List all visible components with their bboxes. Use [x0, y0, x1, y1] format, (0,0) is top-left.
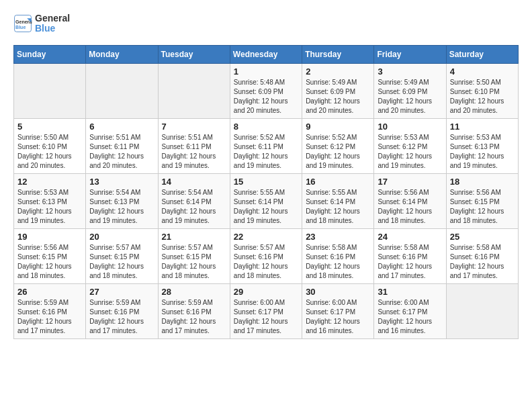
- week-row-2: 5Sunrise: 5:50 AM Sunset: 6:10 PM Daylig…: [14, 118, 519, 173]
- day-cell: 11Sunrise: 5:53 AM Sunset: 6:13 PM Dayli…: [446, 118, 518, 173]
- day-cell: 9Sunrise: 5:52 AM Sunset: 6:12 PM Daylig…: [302, 118, 374, 173]
- week-row-1: 1Sunrise: 5:48 AM Sunset: 6:09 PM Daylig…: [14, 63, 519, 118]
- week-row-3: 12Sunrise: 5:53 AM Sunset: 6:13 PM Dayli…: [14, 173, 519, 228]
- logo: General Blue General Blue: [13, 13, 70, 34]
- day-cell: 21Sunrise: 5:57 AM Sunset: 6:15 PM Dayli…: [158, 228, 230, 283]
- day-cell: 14Sunrise: 5:54 AM Sunset: 6:14 PM Dayli…: [158, 173, 230, 228]
- day-cell: 22Sunrise: 5:57 AM Sunset: 6:16 PM Dayli…: [230, 228, 302, 283]
- day-number: 25: [450, 232, 515, 242]
- day-number: 20: [89, 232, 154, 242]
- day-cell: 17Sunrise: 5:56 AM Sunset: 6:14 PM Dayli…: [374, 173, 446, 228]
- day-number: 22: [234, 232, 298, 242]
- day-cell: 2Sunrise: 5:49 AM Sunset: 6:09 PM Daylig…: [302, 63, 374, 118]
- day-number: 18: [450, 177, 515, 187]
- day-cell: [86, 63, 158, 118]
- header-cell-saturday: Saturday: [446, 45, 518, 63]
- day-cell: 23Sunrise: 5:58 AM Sunset: 6:16 PM Dayli…: [302, 228, 374, 283]
- day-cell: 12Sunrise: 5:53 AM Sunset: 6:13 PM Dayli…: [14, 173, 86, 228]
- day-number: 29: [234, 287, 298, 297]
- day-number: 12: [17, 177, 82, 187]
- day-number: 10: [378, 122, 442, 132]
- day-number: 8: [234, 122, 298, 132]
- calendar-table: SundayMondayTuesdayWednesdayThursdayFrid…: [13, 45, 519, 339]
- day-number: 11: [450, 122, 515, 132]
- day-cell: [158, 63, 230, 118]
- day-cell: 3Sunrise: 5:49 AM Sunset: 6:09 PM Daylig…: [374, 63, 446, 118]
- day-info: Sunrise: 6:00 AM Sunset: 6:17 PM Dayligh…: [234, 298, 298, 336]
- day-info: Sunrise: 5:50 AM Sunset: 6:10 PM Dayligh…: [450, 78, 515, 116]
- header-cell-monday: Monday: [86, 45, 158, 63]
- day-number: 17: [378, 177, 442, 187]
- day-number: 5: [17, 122, 82, 132]
- day-cell: [14, 63, 86, 118]
- day-info: Sunrise: 5:56 AM Sunset: 6:15 PM Dayligh…: [17, 243, 82, 281]
- day-info: Sunrise: 5:52 AM Sunset: 6:11 PM Dayligh…: [234, 133, 298, 171]
- day-info: Sunrise: 5:59 AM Sunset: 6:16 PM Dayligh…: [89, 298, 154, 336]
- day-info: Sunrise: 5:51 AM Sunset: 6:11 PM Dayligh…: [162, 133, 226, 171]
- day-cell: 24Sunrise: 5:58 AM Sunset: 6:16 PM Dayli…: [374, 228, 446, 283]
- header-cell-thursday: Thursday: [302, 45, 374, 63]
- day-info: Sunrise: 5:53 AM Sunset: 6:13 PM Dayligh…: [450, 133, 515, 171]
- day-number: 26: [17, 287, 82, 297]
- day-info: Sunrise: 5:49 AM Sunset: 6:09 PM Dayligh…: [306, 78, 370, 116]
- day-number: 1: [234, 66, 298, 77]
- day-number: 28: [162, 287, 226, 297]
- day-info: Sunrise: 5:57 AM Sunset: 6:16 PM Dayligh…: [234, 243, 298, 281]
- svg-text:Blue: Blue: [15, 25, 26, 30]
- day-cell: 6Sunrise: 5:51 AM Sunset: 6:11 PM Daylig…: [86, 118, 158, 173]
- day-number: 21: [162, 232, 226, 242]
- page-header: General Blue General Blue: [13, 13, 519, 34]
- day-number: 19: [17, 232, 82, 242]
- week-row-5: 26Sunrise: 5:59 AM Sunset: 6:16 PM Dayli…: [14, 283, 519, 338]
- day-info: Sunrise: 5:53 AM Sunset: 6:13 PM Dayligh…: [17, 188, 82, 226]
- day-cell: 18Sunrise: 5:56 AM Sunset: 6:15 PM Dayli…: [446, 173, 518, 228]
- day-info: Sunrise: 5:57 AM Sunset: 6:15 PM Dayligh…: [162, 243, 226, 281]
- day-number: 7: [162, 122, 226, 132]
- day-cell: 10Sunrise: 5:53 AM Sunset: 6:12 PM Dayli…: [374, 118, 446, 173]
- day-cell: 1Sunrise: 5:48 AM Sunset: 6:09 PM Daylig…: [230, 63, 302, 118]
- day-cell: 16Sunrise: 5:55 AM Sunset: 6:14 PM Dayli…: [302, 173, 374, 228]
- day-cell: 30Sunrise: 6:00 AM Sunset: 6:17 PM Dayli…: [302, 283, 374, 338]
- logo-text-general: General: [35, 13, 70, 24]
- week-row-4: 19Sunrise: 5:56 AM Sunset: 6:15 PM Dayli…: [14, 228, 519, 283]
- day-info: Sunrise: 5:54 AM Sunset: 6:14 PM Dayligh…: [162, 188, 226, 226]
- day-info: Sunrise: 6:00 AM Sunset: 6:17 PM Dayligh…: [306, 298, 370, 336]
- day-cell: 27Sunrise: 5:59 AM Sunset: 6:16 PM Dayli…: [86, 283, 158, 338]
- day-info: Sunrise: 5:58 AM Sunset: 6:16 PM Dayligh…: [450, 243, 515, 281]
- day-info: Sunrise: 5:54 AM Sunset: 6:13 PM Dayligh…: [89, 188, 154, 226]
- day-cell: 15Sunrise: 5:55 AM Sunset: 6:14 PM Dayli…: [230, 173, 302, 228]
- header-cell-sunday: Sunday: [14, 45, 86, 63]
- day-cell: 31Sunrise: 6:00 AM Sunset: 6:17 PM Dayli…: [374, 283, 446, 338]
- day-number: 27: [89, 287, 154, 297]
- day-info: Sunrise: 5:52 AM Sunset: 6:12 PM Dayligh…: [306, 133, 370, 171]
- day-number: 23: [306, 232, 370, 242]
- day-cell: [446, 283, 518, 338]
- day-cell: 19Sunrise: 5:56 AM Sunset: 6:15 PM Dayli…: [14, 228, 86, 283]
- day-cell: 4Sunrise: 5:50 AM Sunset: 6:10 PM Daylig…: [446, 63, 518, 118]
- day-info: Sunrise: 5:57 AM Sunset: 6:15 PM Dayligh…: [89, 243, 154, 281]
- day-info: Sunrise: 5:55 AM Sunset: 6:14 PM Dayligh…: [306, 188, 370, 226]
- day-number: 2: [306, 66, 370, 77]
- day-cell: 28Sunrise: 5:59 AM Sunset: 6:16 PM Dayli…: [158, 283, 230, 338]
- header-row: SundayMondayTuesdayWednesdayThursdayFrid…: [14, 45, 519, 63]
- day-info: Sunrise: 5:56 AM Sunset: 6:15 PM Dayligh…: [450, 188, 515, 226]
- day-number: 24: [378, 232, 442, 242]
- day-cell: 29Sunrise: 6:00 AM Sunset: 6:17 PM Dayli…: [230, 283, 302, 338]
- day-info: Sunrise: 5:58 AM Sunset: 6:16 PM Dayligh…: [378, 243, 442, 281]
- day-number: 4: [450, 66, 515, 77]
- header-cell-tuesday: Tuesday: [158, 45, 230, 63]
- day-number: 13: [89, 177, 154, 187]
- day-info: Sunrise: 6:00 AM Sunset: 6:17 PM Dayligh…: [378, 298, 442, 336]
- day-info: Sunrise: 5:58 AM Sunset: 6:16 PM Dayligh…: [306, 243, 370, 281]
- day-info: Sunrise: 5:48 AM Sunset: 6:09 PM Dayligh…: [234, 78, 298, 116]
- day-number: 30: [306, 287, 370, 297]
- day-cell: 7Sunrise: 5:51 AM Sunset: 6:11 PM Daylig…: [158, 118, 230, 173]
- day-info: Sunrise: 5:50 AM Sunset: 6:10 PM Dayligh…: [17, 133, 82, 171]
- day-info: Sunrise: 5:49 AM Sunset: 6:09 PM Dayligh…: [378, 78, 442, 116]
- day-info: Sunrise: 5:59 AM Sunset: 6:16 PM Dayligh…: [162, 298, 226, 336]
- logo-icon: General Blue: [13, 14, 32, 33]
- day-info: Sunrise: 5:53 AM Sunset: 6:12 PM Dayligh…: [378, 133, 442, 171]
- day-number: 14: [162, 177, 226, 187]
- day-number: 31: [378, 287, 442, 297]
- day-cell: 5Sunrise: 5:50 AM Sunset: 6:10 PM Daylig…: [14, 118, 86, 173]
